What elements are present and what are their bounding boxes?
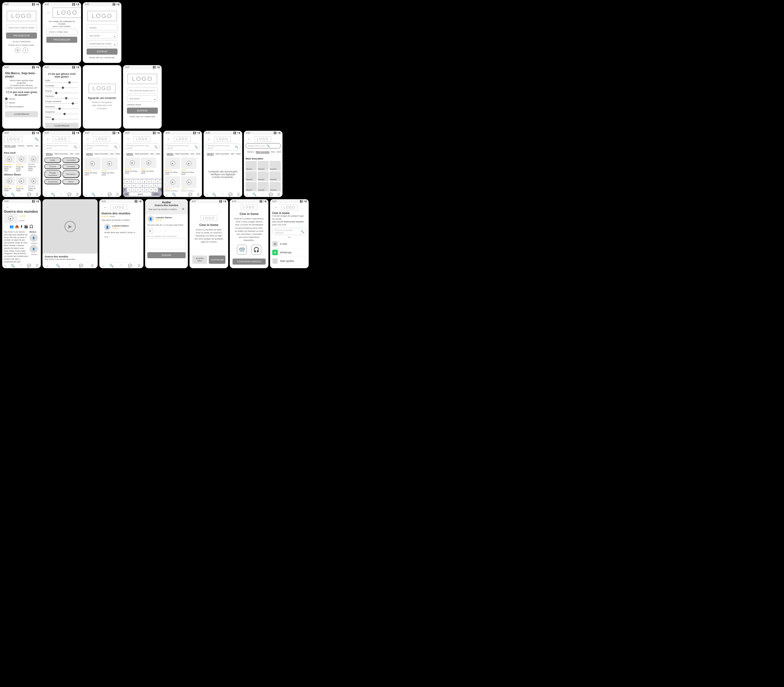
back-arrow[interactable]: ← — [102, 204, 109, 210]
tab-search-icon[interactable]: 🔍 — [56, 264, 60, 268]
tab-mais-buscados[interactable]: Mais buscados — [135, 153, 149, 155]
tab-search-icon[interactable]: 🔍 — [172, 192, 176, 196]
more-link[interactable]: Veja + — [104, 236, 110, 238]
tab-chat-icon[interactable]: 💬 — [188, 192, 192, 196]
key-p[interactable]: p — [160, 180, 162, 183]
password-input[interactable] — [127, 95, 158, 102]
password-input[interactable] — [87, 33, 118, 39]
tab-search-icon[interactable]: 🔍 — [212, 192, 216, 196]
tab-heart-icon[interactable]: ♡ — [261, 192, 264, 196]
key-i[interactable]: i — [151, 180, 155, 183]
avaliar-label[interactable]: Avaliar — [109, 215, 115, 217]
tab-diretor[interactable]: Direto — [196, 153, 200, 155]
tab-diretor[interactable]: Direto — [237, 153, 240, 155]
agora-nao-button[interactable]: AGORA NÃO — [192, 255, 207, 264]
tab-heart-icon[interactable]: ♡ — [120, 264, 122, 268]
share-more[interactable]: ··· Mais opções — [272, 257, 306, 265]
confirmar-button[interactable]: CONFIRMAR — [5, 111, 38, 117]
tab-chat-icon[interactable]: 💬 — [228, 192, 233, 196]
tab-menu-icon[interactable]: ☰ — [277, 192, 280, 196]
key-v[interactable]: v — [140, 188, 144, 192]
tab-heart-icon[interactable]: ♡ — [221, 192, 224, 196]
chip-drama[interactable]: Drama — [44, 164, 61, 169]
tab-search-icon[interactable]: 🔍 — [51, 192, 55, 196]
chip-fantasia[interactable]: Fantasia — [62, 164, 79, 169]
slider-suspense[interactable] — [45, 114, 78, 114]
back-arrow[interactable]: ← — [125, 136, 132, 142]
tab-home-icon[interactable]: ⌂ — [246, 192, 248, 196]
tab-mais-buscados[interactable]: Mais buscados — [54, 153, 68, 155]
tab-menu-icon[interactable]: ☰ — [36, 264, 39, 268]
key-x[interactable]: x — [131, 188, 135, 192]
key-d[interactable]: d — [131, 184, 135, 187]
tab-heart-icon[interactable]: ♡ — [60, 192, 63, 196]
key-123[interactable]: 123 — [123, 192, 129, 196]
key-e[interactable]: e — [129, 180, 133, 183]
tab-heart-icon[interactable]: ♡ — [100, 192, 103, 196]
tab-ator[interactable]: Ator — [70, 153, 74, 155]
tab-menu-icon[interactable]: ☰ — [237, 192, 240, 196]
more-item-9[interactable]: Nome9 — [270, 182, 281, 191]
tab-mais-buscados[interactable]: Mais buscados — [175, 153, 189, 155]
key-l[interactable]: l — [158, 184, 162, 187]
share-email[interactable]: ✉ e-mail — [272, 240, 306, 248]
back-arrow[interactable]: ← — [44, 136, 52, 142]
tab-ator[interactable]: Ator — [231, 153, 235, 155]
star-1[interactable]: ☆ — [154, 228, 158, 233]
star-rating[interactable]: ☆ ☆ ☆ — [154, 228, 167, 233]
slider-ficcao[interactable] — [45, 103, 78, 104]
username-input[interactable] — [87, 25, 118, 31]
tab-chat-icon[interactable]: 💬 — [269, 192, 273, 196]
tab-series[interactable]: Séries — [26, 145, 33, 147]
tab-chat-icon[interactable]: 💬 — [128, 264, 132, 268]
more-item-2[interactable]: Nome2 — [258, 161, 269, 171]
tab-menu-icon[interactable]: ☰ — [91, 264, 94, 268]
tab-mais-buscados[interactable]: Mais buscados — [256, 151, 270, 153]
key-n[interactable]: n — [149, 188, 153, 192]
friends-icon[interactable]: 👥 — [10, 225, 14, 228]
slider-terror[interactable] — [45, 119, 78, 120]
slider-drama[interactable] — [45, 93, 78, 93]
chip-acao[interactable]: Ação — [44, 158, 61, 163]
tab-genero[interactable]: Gênero — [86, 153, 93, 155]
key-g[interactable]: g — [140, 184, 144, 187]
tab-chat-icon[interactable]: 💬 — [27, 192, 31, 196]
email-phone-input[interactable] — [6, 25, 37, 31]
tab-genero[interactable]: Gênero — [167, 153, 174, 155]
back-arrow[interactable]: ← — [84, 136, 92, 142]
prosseguir-button[interactable]: PROSSEGUIR — [6, 33, 37, 39]
chip-comedia[interactable]: Comédia — [62, 158, 79, 163]
key-delete[interactable]: ⌫ — [158, 188, 162, 192]
code-input[interactable] — [46, 29, 77, 35]
username-email-input[interactable] — [127, 87, 158, 94]
tab-chat-icon[interactable]: 💬 — [27, 264, 31, 268]
tab-diretor[interactable]: Direto — [277, 151, 281, 153]
movie-card-4[interactable]: ▶ ★★★ Título do Filme 2010 — [4, 177, 15, 191]
key-m[interactable]: m — [154, 188, 158, 192]
key-u[interactable]: u — [147, 180, 151, 183]
key-f[interactable]: f — [136, 184, 140, 187]
key-h[interactable]: h — [145, 184, 149, 187]
option-documentarios[interactable]: Documentários — [5, 105, 38, 108]
movie-card-1[interactable]: ▶ ★★★★ Título do Filme 2010 — [4, 155, 15, 172]
tab-diretor[interactable]: Direto — [115, 153, 120, 155]
tab-heart-icon[interactable]: ♡ — [68, 264, 71, 268]
result-card-1[interactable]: ▶ ★★★★ Título do Filme 2010 — [84, 158, 100, 191]
headset-icon[interactable]: 🎧 — [29, 225, 33, 228]
slider-comedia[interactable] — [45, 87, 78, 88]
tab-chat-icon[interactable]: 💬 — [67, 192, 71, 196]
download-icon[interactable]: ⬇ — [20, 225, 23, 228]
review-textarea[interactable] — [147, 238, 186, 250]
not-registered-link[interactable]: Ainda não sou cadastrado — [87, 56, 118, 59]
key-k[interactable]: k — [154, 184, 158, 187]
tab-mais-buscados[interactable]: Mais buscados — [215, 153, 229, 155]
tab-genero[interactable]: Gênero — [247, 151, 254, 153]
tab-ator[interactable]: Ator — [271, 151, 275, 153]
play-button[interactable]: ▶ — [64, 221, 76, 232]
key-j[interactable]: j — [149, 184, 153, 187]
prosseguir-button[interactable]: PROSSEGUIR — [46, 37, 77, 43]
slider-fantasia[interactable] — [45, 98, 78, 99]
key-o[interactable]: o — [156, 180, 160, 183]
tab-mais-buscados[interactable]: Mais buscados — [95, 153, 108, 155]
tab-home-icon[interactable]: ⌂ — [206, 192, 208, 196]
